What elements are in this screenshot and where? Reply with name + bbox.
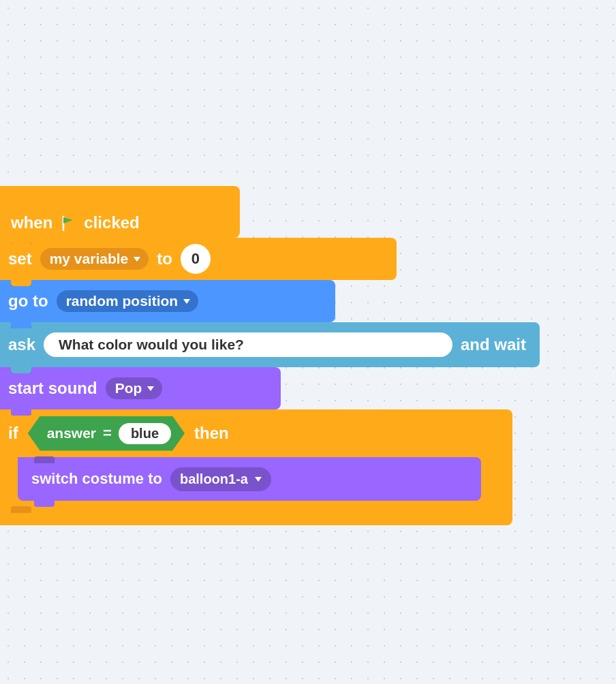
condition-hexagon[interactable]: answer = blue [28,416,185,451]
position-name: random position [66,293,179,309]
switch-costume-label: switch costume to [31,470,162,488]
bottom-notch [34,500,55,507]
condition-value-text: blue [131,426,159,441]
dropdown-arrow-icon [147,386,154,391]
set-variable-block[interactable]: set my variable to 0 [0,238,397,280]
dropdown-arrow-icon [183,299,190,304]
when-label: when [11,213,52,232]
variable-dropdown[interactable]: my variable [40,248,149,270]
ask-label: ask [8,335,35,354]
dropdown-arrow-icon [134,257,140,262]
switch-costume-block[interactable]: switch costume to balloon1-a [18,457,481,501]
sound-name: Pop [115,380,142,397]
bottom-inner-notch [11,506,31,513]
answer-label: answer [47,425,96,441]
bottom-notch [11,322,31,328]
flag-icon [59,215,77,232]
hat-block[interactable]: when clicked [0,186,240,238]
set-label: set [8,249,32,268]
bottom-notch [11,279,31,286]
bottom-notch [11,367,31,373]
ask-block[interactable]: ask What color would you like? and wait [0,322,540,367]
hat-bump [11,186,65,202]
equals-sign: = [103,424,112,442]
goto-label: go to [8,292,48,311]
if-row: if answer = blue then [0,409,512,457]
question-text: What color would you like? [59,337,244,352]
position-dropdown[interactable]: random position [57,290,199,312]
dropdown-arrow-icon [255,477,262,482]
if-block-bottom [0,506,512,525]
sound-label: start sound [8,379,97,398]
then-label: then [194,424,229,443]
costume-name: balloon1-a [180,471,248,487]
if-block[interactable]: if answer = blue then switch costume to [0,409,512,525]
sound-dropdown[interactable]: Pop [106,377,163,399]
if-label: if [8,424,18,443]
value-text: 0 [191,250,200,268]
inner-top-notch [34,456,55,463]
clicked-label: clicked [84,213,139,232]
value-input[interactable]: 0 [181,244,211,274]
start-sound-block[interactable]: start sound Pop [0,367,281,409]
scratch-blocks: when clicked set my variable to 0 go to … [0,186,540,525]
go-to-block[interactable]: go to random position [0,280,335,322]
costume-dropdown[interactable]: balloon1-a [170,467,271,491]
variable-name: my variable [50,251,129,267]
and-wait-label: and wait [461,335,526,354]
bottom-notch [11,237,31,244]
condition-value[interactable]: blue [119,423,171,444]
bottom-notch [11,409,31,416]
question-input[interactable]: What color would you like? [44,332,452,357]
to-label: to [157,249,172,268]
if-body: switch costume to balloon1-a [0,457,512,506]
